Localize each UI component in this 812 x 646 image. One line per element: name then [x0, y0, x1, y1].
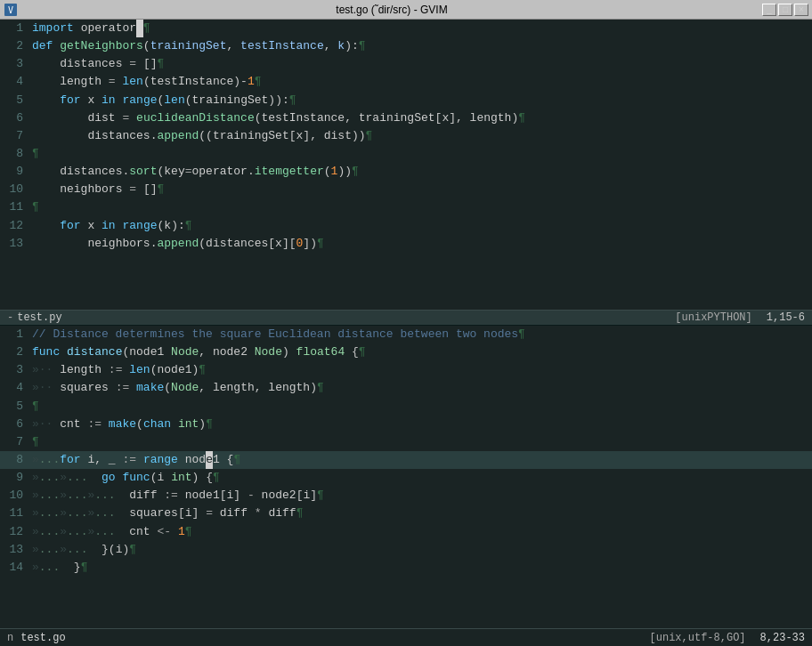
table-row: 11 ¶	[0, 198, 812, 216]
table-row: 10 neighbors = []¶	[0, 181, 812, 198]
pane-filename: test.py	[17, 311, 61, 324]
table-row: 6 dist = euclideanDistance(testInstance,…	[0, 109, 812, 127]
table-row: 10 »...»...»... diff := node1[i] - node2…	[0, 487, 812, 505]
table-row: 13 »...»... }(i)¶	[0, 541, 812, 559]
app-icon: V	[4, 3, 18, 17]
close-button[interactable]: ×	[794, 4, 808, 16]
table-row: 12 for x in range(k):¶	[0, 217, 812, 235]
table-row: 7 ¶	[0, 433, 812, 451]
table-row: 12 »...»...»... cnt <- 1¶	[0, 523, 812, 541]
pane-minus: -	[7, 311, 13, 324]
maximize-button[interactable]: □	[778, 4, 792, 16]
statusbar-position: 8,23-33	[760, 632, 805, 644]
statusbar-filename: test.go	[20, 632, 65, 644]
table-row: 8 ¶	[0, 145, 812, 163]
table-row: 9 distances.sort(key=operator.itemgetter…	[0, 163, 812, 181]
table-row: 1 // Distance determines the square Eucl…	[0, 326, 812, 343]
python-code: 1 import operator ¶ 2 def getNeighbors(t…	[0, 20, 812, 253]
table-row: 4 »·· squares := make(Node, length, leng…	[0, 379, 812, 397]
editor: 1 import operator ¶ 2 def getNeighbors(t…	[0, 20, 812, 646]
table-row: 3 »·· length := len(node1)¶	[0, 361, 812, 379]
table-row: 13 neighbors.append(distances[x][0])¶	[0, 235, 812, 253]
table-row: 2 func distance(node1 Node, node2 Node) …	[0, 343, 812, 361]
pane-divider: - test.py [unixPYTHON] 1,15-6	[0, 310, 812, 326]
table-row: 6 »·· cnt := make(chan int)¶	[0, 416, 812, 433]
table-row: 8 »...for i, _ := range node1 {¶	[0, 451, 812, 469]
top-pane[interactable]: 1 import operator ¶ 2 def getNeighbors(t…	[0, 20, 812, 310]
svg-text:V: V	[8, 5, 13, 15]
table-row: 3 distances = []¶	[0, 55, 812, 73]
file-info: [unixPYTHON]	[675, 311, 751, 324]
titlebar: V test.go (˜dir/src) - GVIM _ □ ×	[0, 0, 812, 20]
table-row: 4 length = len(testInstance)-1¶	[0, 73, 812, 91]
table-row: 9 »...»... go func(i int) {¶	[0, 469, 812, 487]
go-code: 1 // Distance determines the square Eucl…	[0, 326, 812, 577]
table-row: 2 def getNeighbors(trainingSet, testInst…	[0, 37, 812, 55]
minimize-button[interactable]: _	[762, 4, 776, 16]
statusbar: n test.go [unix,utf-8,GO] 8,23-33	[0, 628, 812, 646]
table-row: 14 »... }¶	[0, 559, 812, 577]
table-row: 5 ¶	[0, 398, 812, 416]
table-row: 5 for x in range(len(trainingSet)):¶	[0, 92, 812, 109]
table-row: 11 »...»...»... squares[i] = diff * diff…	[0, 505, 812, 522]
cursor-position: 1,15-6	[767, 311, 805, 324]
table-row: 1 import operator ¶	[0, 20, 812, 37]
bottom-pane[interactable]: 1 // Distance determines the square Eucl…	[0, 326, 812, 628]
table-row: 7 distances.append((trainingSet[x], dist…	[0, 127, 812, 145]
statusbar-fileinfo: [unix,utf-8,GO]	[650, 632, 746, 644]
buffer-indicator: n	[7, 632, 13, 644]
window-title: test.go (˜dir/src) - GVIM	[21, 4, 762, 16]
window-controls[interactable]: _ □ ×	[762, 4, 808, 16]
